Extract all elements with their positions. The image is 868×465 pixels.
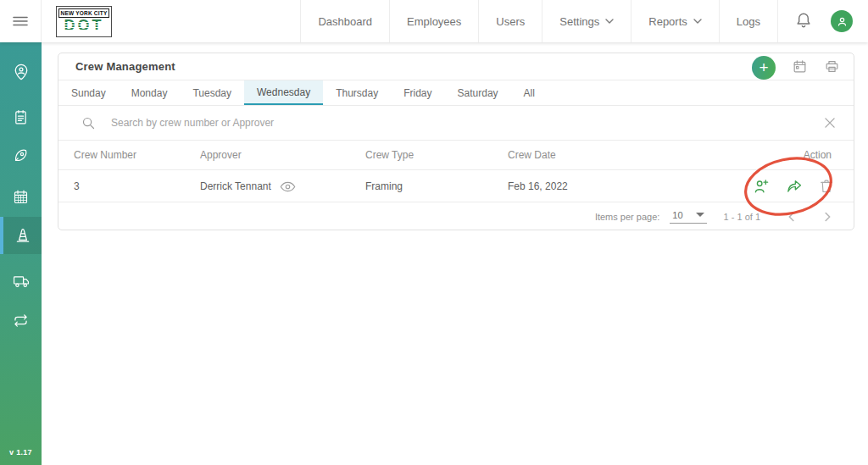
header-icon-group: [777, 0, 868, 42]
column-header-action: Action: [804, 141, 832, 170]
nav-item-reports[interactable]: Reports: [631, 0, 719, 42]
app-version: v 1.17: [0, 448, 42, 457]
tab-saturday[interactable]: Saturday: [445, 80, 511, 105]
menu-icon: [9, 10, 31, 32]
trash-icon: [818, 178, 835, 195]
search-input[interactable]: [111, 117, 809, 129]
tab-label: Tuesday: [192, 87, 231, 99]
nav-item-settings[interactable]: Settings: [542, 0, 631, 42]
print-icon: [824, 58, 840, 75]
tab-monday[interactable]: Monday: [119, 80, 181, 105]
nav-item-users[interactable]: Users: [478, 0, 542, 42]
caret-down-icon: [696, 213, 704, 217]
card-action-buttons: +: [752, 53, 840, 80]
tab-all[interactable]: All: [511, 80, 548, 105]
approver-name: Derrick Tennant: [200, 180, 271, 192]
person-icon: [836, 15, 849, 28]
tab-wednesday[interactable]: Wednesday: [244, 80, 323, 105]
truck-icon: [12, 272, 31, 291]
nav-label: Users: [496, 15, 525, 28]
tab-label: Wednesday: [257, 86, 310, 98]
table-header: Crew Number Approver Crew Type Crew Date…: [58, 141, 854, 170]
tab-thursday[interactable]: Thursday: [323, 80, 391, 105]
sidebar-item-projects[interactable]: [0, 136, 42, 174]
column-header-approver: Approver: [200, 141, 242, 170]
bell-icon[interactable]: [793, 11, 814, 31]
chevron-down-icon: [693, 19, 702, 24]
sidebar-item-work-orders[interactable]: [0, 98, 42, 136]
date-range-button[interactable]: [792, 58, 808, 75]
search-icon: [81, 115, 97, 131]
column-header-crew-type: Crew Type: [365, 141, 414, 170]
person-add-icon: [752, 177, 771, 196]
pagination: Items per page: 10 1 - 1 of 1: [58, 202, 854, 230]
tab-label: Sunday: [71, 87, 106, 99]
close-icon[interactable]: [823, 116, 837, 130]
tab-sunday[interactable]: Sunday: [58, 80, 119, 105]
main-content: Crew Management +: [42, 42, 868, 465]
tab-label: Monday: [131, 87, 168, 99]
table-row: 3 Derrick Tennant Framing Feb 16, 2022: [58, 170, 854, 202]
logo-dot-text: DOT: [64, 18, 104, 34]
forward-crew-button[interactable]: [785, 177, 804, 196]
repeat-icon: [12, 312, 30, 329]
tab-label: Friday: [403, 87, 431, 99]
nav-label: Settings: [559, 15, 599, 28]
search-bar: [58, 106, 854, 141]
print-button[interactable]: [824, 58, 840, 75]
row-actions: [752, 170, 835, 202]
nav-item-logs[interactable]: Logs: [719, 0, 777, 42]
crew-management-card: Crew Management +: [58, 53, 854, 230]
tab-label: Saturday: [458, 87, 498, 99]
assign-employee-button[interactable]: [752, 177, 771, 196]
crew-date-cell: Feb 16, 2022: [508, 170, 568, 202]
tab-tuesday[interactable]: Tuesday: [180, 80, 244, 105]
nav-item-employees[interactable]: Employees: [389, 0, 478, 42]
delete-crew-button[interactable]: [818, 178, 835, 195]
sidebar-item-crew-management[interactable]: [0, 217, 42, 254]
nav-label: Dashboard: [318, 15, 372, 28]
hamburger-menu-button[interactable]: [0, 0, 42, 42]
calendar-icon: [12, 188, 30, 206]
date-range-icon: [792, 58, 808, 75]
eye-icon[interactable]: [280, 181, 296, 192]
sidebar-item-employee-locations[interactable]: [0, 53, 42, 91]
chevron-left-icon: [784, 209, 799, 224]
approver-cell: Derrick Tennant: [200, 170, 296, 202]
add-crew-button[interactable]: +: [752, 56, 776, 80]
app-header: NEW YORK CITY DOT Dashboard Employees Us…: [0, 0, 868, 42]
nav-label: Employees: [407, 15, 461, 28]
sidebar-item-transfers[interactable]: [0, 302, 42, 339]
top-nav: Dashboard Employees Users Settings Repor…: [300, 0, 868, 42]
card-header: Crew Management +: [58, 53, 854, 80]
items-per-page-value: 10: [672, 210, 682, 220]
forward-icon: [785, 177, 804, 196]
traffic-cone-icon: [14, 226, 32, 245]
day-tabs: Sunday Monday Tuesday Wednesday Thursday…: [58, 80, 854, 106]
nav-item-dashboard[interactable]: Dashboard: [300, 0, 389, 42]
sidebar: v 1.17: [0, 42, 42, 465]
person-pin-icon: [12, 63, 31, 81]
items-per-page-label: Items per page:: [595, 212, 659, 222]
crew-type-cell: Framing: [365, 170, 403, 202]
page-range-label: 1 - 1 of 1: [724, 212, 760, 222]
nav-label: Reports: [648, 15, 687, 28]
nav-label: Logs: [737, 15, 760, 28]
next-page-button[interactable]: [815, 209, 840, 224]
previous-page-button[interactable]: [779, 209, 804, 224]
column-header-crew-date: Crew Date: [508, 141, 556, 170]
tab-label: All: [524, 87, 535, 99]
clipboard-icon: [12, 108, 30, 126]
page-title: Crew Management: [75, 60, 175, 73]
nyc-dot-logo: NEW YORK CITY DOT: [56, 6, 112, 37]
items-per-page-select[interactable]: 10: [670, 210, 706, 224]
tab-friday[interactable]: Friday: [391, 80, 444, 105]
column-header-crew-number: Crew Number: [74, 141, 136, 170]
tab-label: Thursday: [336, 87, 378, 99]
chevron-right-icon: [820, 209, 835, 224]
avatar[interactable]: [831, 10, 853, 32]
rocket-icon: [12, 147, 30, 164]
crew-number-cell: 3: [74, 170, 80, 202]
sidebar-item-vehicles[interactable]: [0, 263, 42, 300]
sidebar-item-schedule[interactable]: [0, 178, 42, 215]
